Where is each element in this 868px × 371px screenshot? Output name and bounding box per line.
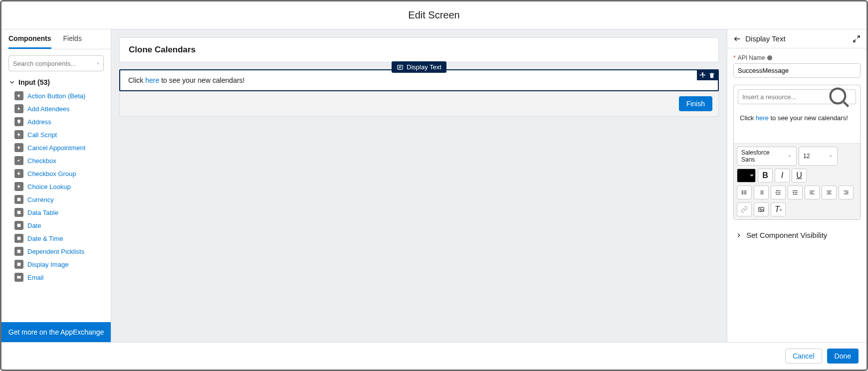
rte-toolbar: Salesforce Sans 12 B I U — [734, 143, 860, 219]
svg-rect-5 — [17, 237, 21, 240]
resource-picker[interactable] — [738, 89, 856, 104]
svg-point-18 — [742, 191, 742, 191]
component-item[interactable]: Email — [12, 271, 109, 284]
component-item[interactable]: Checkbox — [12, 154, 109, 167]
italic-button[interactable]: I — [775, 169, 790, 183]
bolt-icon — [14, 143, 23, 152]
bolt-icon — [14, 182, 23, 191]
api-name-input[interactable] — [733, 63, 861, 78]
set-visibility-toggle[interactable]: Set Component Visibility — [733, 224, 861, 246]
bolt-icon — [14, 169, 23, 178]
indent-button[interactable] — [788, 186, 803, 199]
bolt-icon — [14, 130, 23, 139]
box-icon — [14, 247, 23, 256]
align-center-button[interactable] — [822, 186, 837, 199]
bolt-icon — [14, 104, 23, 113]
tab-components[interactable]: Components — [8, 34, 51, 49]
svg-rect-2 — [17, 198, 21, 201]
align-left-button[interactable] — [805, 186, 820, 199]
svg-rect-6 — [17, 250, 21, 253]
component-search[interactable] — [8, 55, 104, 71]
chevron-down-icon — [828, 154, 833, 159]
component-item[interactable]: Dependent Picklists — [12, 245, 109, 258]
font-size-select[interactable]: 12 — [799, 147, 838, 166]
component-label: Dependent Picklists — [27, 248, 84, 255]
clear-format-button[interactable]: Tx — [771, 202, 786, 216]
visibility-label: Set Component Visibility — [746, 231, 827, 239]
rte-link[interactable]: here — [756, 114, 769, 122]
underline-button[interactable]: U — [792, 169, 807, 183]
left-tabs: Components Fields — [1, 29, 111, 49]
box-icon — [14, 260, 23, 269]
component-label: Address — [27, 118, 51, 126]
expand-icon[interactable] — [853, 35, 861, 43]
text-color-button[interactable] — [737, 169, 756, 183]
chevron-down-icon — [8, 79, 15, 86]
svg-rect-3 — [17, 211, 21, 214]
component-item[interactable]: Choice Lookup — [12, 180, 109, 193]
body-link[interactable]: here — [145, 76, 159, 84]
appexchange-button[interactable]: Get more on the AppExchange — [1, 322, 111, 342]
outdent-button[interactable] — [771, 186, 786, 199]
display-text-tag-label: Display Text — [407, 63, 441, 71]
svg-point-16 — [831, 88, 846, 103]
bold-button[interactable]: B — [758, 169, 773, 183]
move-icon[interactable] — [699, 72, 706, 79]
component-item[interactable]: Date & Time — [12, 232, 109, 245]
component-list[interactable]: Action Button (Beta)Add AttendeesAddress… — [1, 89, 111, 322]
link-button[interactable] — [737, 202, 752, 216]
rte-text-suffix: to see your new calendars! — [769, 114, 848, 122]
component-item[interactable]: Date — [12, 219, 109, 232]
component-label: Currency — [27, 196, 54, 203]
component-item[interactable]: Cancel Appointment — [12, 141, 109, 154]
component-label: Date — [27, 222, 41, 229]
back-icon[interactable] — [733, 35, 741, 43]
display-text-icon — [397, 64, 404, 71]
finish-button[interactable]: Finish — [679, 96, 712, 111]
tab-fields[interactable]: Fields — [63, 34, 82, 49]
component-item[interactable]: Action Button (Beta) — [12, 89, 109, 102]
done-button[interactable]: Done — [827, 349, 859, 364]
body-text-prefix: Click — [128, 76, 145, 84]
cancel-button[interactable]: Cancel — [785, 349, 822, 364]
check-icon — [14, 156, 23, 165]
properties-title: Display Text — [745, 34, 786, 43]
component-item[interactable]: Checkbox Group — [12, 167, 109, 180]
screen-title[interactable]: Clone Calendars — [119, 37, 719, 62]
search-input[interactable] — [13, 60, 97, 67]
search-icon — [826, 84, 852, 110]
bolt-icon — [14, 91, 23, 100]
resource-input[interactable] — [742, 93, 826, 101]
svg-point-22 — [742, 193, 742, 194]
image-button[interactable] — [754, 202, 769, 216]
component-item[interactable]: Data Table — [12, 206, 109, 219]
group-input[interactable]: Input (53) — [1, 75, 111, 89]
svg-line-13 — [857, 36, 860, 38]
modal-footer: Cancel Done — [1, 342, 867, 370]
component-label: Add Attendees — [27, 105, 70, 113]
align-right-button[interactable] — [839, 186, 854, 199]
bullet-list-button[interactable] — [737, 186, 752, 199]
box-icon — [14, 208, 23, 217]
rte-content[interactable]: Click here to see your new calendars! — [734, 108, 860, 143]
pin-icon — [14, 117, 23, 126]
delete-icon[interactable] — [708, 72, 715, 79]
font-family-select[interactable]: Salesforce Sans — [737, 147, 797, 166]
svg-rect-7 — [17, 263, 21, 266]
properties-panel: Display Text *API Name Click here to see — [727, 29, 867, 342]
component-label: Action Button (Beta) — [27, 92, 85, 100]
info-icon[interactable] — [767, 55, 773, 61]
component-item[interactable]: Add Attendees — [12, 102, 109, 115]
component-item[interactable]: Call Script — [12, 128, 109, 141]
svg-rect-9 — [398, 65, 403, 69]
number-list-button[interactable] — [754, 186, 769, 199]
component-label: Call Script — [27, 131, 57, 139]
component-label: Choice Lookup — [27, 183, 71, 190]
component-label: Date & Time — [27, 235, 63, 242]
components-panel: Components Fields Input (53) Action Butt… — [1, 29, 111, 342]
component-item[interactable]: Display Image — [12, 258, 109, 271]
svg-line-14 — [854, 39, 856, 42]
rte-text-prefix: Click — [740, 114, 756, 122]
component-item[interactable]: Address — [12, 115, 109, 128]
component-item[interactable]: Currency — [12, 193, 109, 206]
